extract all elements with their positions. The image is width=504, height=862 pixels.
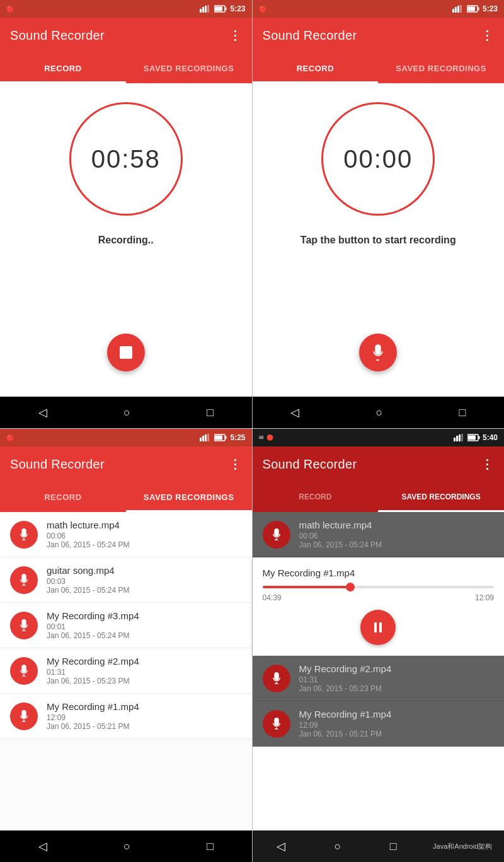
mic-circle-dark3: [263, 710, 290, 738]
recent-button-top-left[interactable]: □: [194, 401, 226, 424]
record-content-top-left: 00:58 Recording..: [0, 83, 252, 397]
svg-rect-26: [478, 436, 479, 440]
svg-rect-29: [379, 622, 382, 632]
app-title-top-left: Sound Recorder: [10, 28, 105, 43]
recording-name-below-2: My Recording #1.mp4: [299, 709, 495, 719]
app-bar-top-left: Sound Recorder ⋮: [0, 18, 252, 53]
app-bar-top-right: Sound Recorder ⋮: [253, 18, 505, 53]
recording-duration: 00:06: [47, 532, 242, 540]
back-button-br[interactable]: ◁: [264, 834, 298, 858]
mic-icon-dark2: [270, 672, 284, 685]
timer-display-top-right: 00:00: [343, 145, 413, 173]
mic-button-top-right[interactable]: [359, 334, 397, 371]
svg-marker-21: [454, 438, 455, 441]
tab-saved-br[interactable]: SAVED RECORDINGS: [378, 482, 504, 512]
back-button-top-left[interactable]: ◁: [26, 400, 60, 424]
mic-icon-item: [17, 573, 31, 587]
svg-marker-24: [461, 434, 463, 441]
list-item[interactable]: My Recording #2.mp4 01:31 Jan 06, 2015 -…: [0, 648, 252, 694]
svg-marker-2: [205, 6, 207, 13]
recording-date: Jan 06, 2015 - 05:23 PM: [47, 677, 242, 685]
svg-rect-20: [215, 436, 222, 440]
back-button-top-right[interactable]: ◁: [278, 400, 312, 424]
home-button-bl[interactable]: ○: [111, 835, 143, 858]
list-item-above[interactable]: math lecture.mp4 00:06 Jan 06, 2015 - 05…: [253, 512, 505, 557]
svg-marker-16: [205, 434, 207, 441]
time-current: 04:39: [263, 593, 282, 602]
mic-circle: [10, 566, 38, 594]
recording-date: Jan 06, 2015 - 05:24 PM: [47, 540, 242, 549]
tab-record-br[interactable]: RECORD: [253, 482, 379, 512]
recent-button-br[interactable]: □: [377, 835, 410, 858]
svg-marker-7: [452, 9, 454, 13]
wechat-label: Java和Android架构: [433, 842, 492, 851]
list-item[interactable]: math lecture.mp4 00:06 Jan 06, 2015 - 05…: [0, 512, 252, 557]
tab-record-top-left[interactable]: RECORD: [0, 53, 126, 83]
menu-button-top-left[interactable]: ⋮: [229, 28, 242, 43]
svg-marker-0: [200, 9, 202, 13]
record-status-top-left: Recording..: [98, 235, 154, 246]
menu-button-bl[interactable]: ⋮: [229, 457, 242, 472]
tab-record-top-right[interactable]: RECORD: [253, 53, 379, 83]
progress-fill: [263, 586, 351, 588]
menu-button-top-right[interactable]: ⋮: [481, 28, 494, 43]
tab-bar-top-left: RECORD SAVED RECORDINGS: [0, 53, 252, 83]
recording-duration-below-1: 01:31: [299, 675, 495, 684]
recording-duration-below-2: 12:09: [299, 721, 495, 730]
home-button-top-right[interactable]: ○: [363, 401, 395, 424]
tab-record-bl[interactable]: RECORD: [0, 482, 126, 512]
recording-name-below-1: My Recording #2.mp4: [299, 663, 495, 674]
list-item[interactable]: My Recording #1.mp4 12:09 Jan 06, 2015 -…: [0, 694, 252, 739]
recording-date: Jan 06, 2015 - 05:21 PM: [47, 722, 242, 731]
record-status-top-right: Tap the button to start recording: [301, 235, 456, 246]
mic-circle: [10, 702, 38, 730]
svg-marker-8: [455, 7, 457, 13]
svg-rect-27: [468, 436, 476, 440]
list-item-below-2[interactable]: My Recording #1.mp4 12:09 Jan 06, 2015 -…: [253, 701, 505, 747]
stop-button-top-left[interactable]: [107, 334, 145, 371]
recording-name: My Recording #2.mp4: [47, 656, 242, 667]
mic-icon-item: [17, 528, 31, 542]
timer-display-top-left: 00:58: [91, 145, 161, 173]
timer-circle-top-left: 00:58: [69, 102, 183, 216]
pause-button[interactable]: [360, 610, 396, 645]
home-button-br[interactable]: ○: [322, 835, 354, 858]
back-button-bl[interactable]: ◁: [26, 834, 60, 858]
recent-button-bl[interactable]: □: [194, 835, 226, 858]
tab-saved-bl[interactable]: SAVED RECORDINGS: [126, 482, 252, 512]
mic-icon-dark3: [270, 717, 284, 731]
menu-button-br[interactable]: ⋮: [481, 457, 494, 472]
player-panel: My Recording #1.mp4 04:39 12:09: [253, 557, 505, 656]
progress-bar[interactable]: [263, 586, 495, 588]
tab-saved-top-right[interactable]: SAVED RECORDINGS: [378, 53, 504, 83]
mic-circle-dark: [263, 521, 290, 549]
tab-saved-top-left[interactable]: SAVED RECORDINGS: [126, 53, 252, 83]
stop-icon: [120, 346, 132, 359]
list-item-below-1[interactable]: My Recording #2.mp4 01:31 Jan 06, 2015 -…: [253, 656, 505, 701]
tab-bar-top-right: RECORD SAVED RECORDINGS: [253, 53, 505, 83]
screen-bottom-left: 🔴 5:25 Sound Recorder ⋮: [0, 429, 253, 862]
svg-marker-9: [457, 6, 459, 13]
svg-marker-3: [207, 5, 209, 13]
timer-circle-top-right: 00:00: [321, 102, 435, 216]
battery-icon-bl: [214, 434, 227, 441]
recent-button-top-right[interactable]: □: [447, 401, 479, 424]
home-button-top-left[interactable]: ○: [111, 401, 143, 424]
list-item[interactable]: guitar song.mp4 00:03 Jan 06, 2015 - 05:…: [0, 557, 252, 603]
time-total: 12:09: [475, 593, 494, 602]
progress-thumb: [346, 583, 355, 591]
recording-date-dark: Jan 06, 2015 - 05:24 PM: [299, 540, 495, 549]
battery-icon-top-right: [467, 5, 479, 13]
notif-icon-bl: 🔴: [6, 434, 14, 441]
recording-duration-dark: 00:06: [299, 532, 495, 540]
status-bar-bottom-left: 🔴 5:25: [0, 429, 252, 446]
svg-rect-6: [215, 7, 222, 11]
tab-bar-bl: RECORD SAVED RECORDINGS: [0, 482, 252, 512]
svg-marker-1: [202, 7, 204, 13]
recording-date-below-1: Jan 06, 2015 - 05:23 PM: [299, 684, 495, 693]
recording-duration: 01:31: [47, 668, 242, 677]
svg-marker-17: [207, 434, 209, 441]
list-item[interactable]: My Recording #3.mp4 00:01 Jan 06, 2015 -…: [0, 603, 252, 648]
svg-marker-14: [200, 438, 202, 441]
status-time-bl: 5:25: [230, 433, 245, 442]
